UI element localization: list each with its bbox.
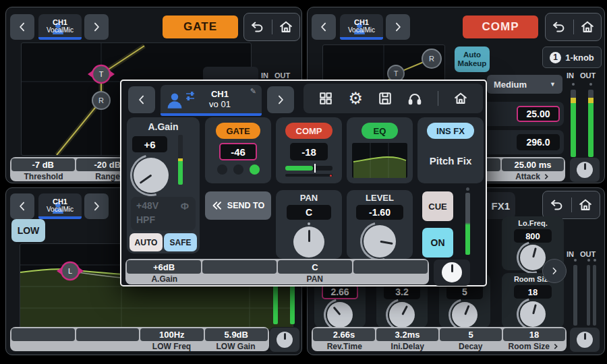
phase-icon[interactable]: Φ (181, 200, 189, 212)
prev-channel-button[interactable] (128, 86, 155, 113)
rev-time-knob[interactable] (327, 302, 353, 328)
param-label: Ini.Delay (391, 342, 424, 351)
param-value[interactable]: 100Hz (140, 328, 204, 341)
param-value[interactable] (76, 328, 140, 341)
room-size-knob[interactable] (520, 301, 546, 327)
knob-icon (577, 332, 593, 348)
room-size-value[interactable]: 18 (514, 285, 552, 299)
channel-select-tab[interactable]: CH1 VocalMic (38, 14, 82, 40)
auto-makeup-button[interactable]: Auto Makeup (455, 47, 490, 72)
meter-peak-dot (574, 259, 577, 262)
comp-pill-button[interactable]: COMP (285, 123, 333, 139)
param-label: Threshold (24, 172, 63, 181)
param-value[interactable]: 25.00 ms (502, 158, 564, 171)
home-icon[interactable] (580, 20, 595, 34)
param-value[interactable] (202, 260, 277, 274)
touch-knob-button[interactable] (269, 327, 300, 353)
pan-value-box[interactable]: C (287, 205, 331, 220)
meter-labels: IN OUT (261, 71, 290, 80)
channel-name-tab[interactable]: ✎ CH1 vo 01 (161, 85, 262, 116)
eq-pill-button[interactable]: EQ (362, 123, 398, 139)
gain-auto-button[interactable]: AUTO (129, 233, 163, 251)
channel-select-tab[interactable]: CH1 VocalMic (340, 14, 383, 40)
undo-icon[interactable] (550, 198, 565, 212)
next-channel-button[interactable] (267, 86, 294, 113)
views-grid-icon[interactable] (318, 91, 333, 106)
knob-icon (577, 162, 593, 178)
param-value[interactable]: 2.66s (313, 328, 375, 341)
low-band-button[interactable]: LOW (11, 219, 45, 242)
phantom-48v-label[interactable]: +48V (136, 200, 158, 211)
gain-safe-button[interactable]: SAFE (164, 233, 197, 251)
touch-knob-button[interactable] (433, 259, 471, 286)
level-value-box[interactable]: -1.60 (356, 205, 403, 220)
input-meter (571, 90, 576, 157)
param-value-box[interactable]: 296.0 (517, 134, 560, 150)
param-value-box[interactable]: 3.2 (384, 284, 420, 299)
lo-freq-knob[interactable] (520, 245, 546, 270)
again-knob[interactable] (134, 158, 169, 193)
knee-select[interactable]: Medium ▼ (487, 75, 562, 94)
channel-label: VocalMic (348, 26, 375, 34)
param-value[interactable] (353, 260, 428, 274)
channel-select-tab[interactable]: CH1 VocalMic (38, 193, 82, 219)
param-value[interactable] (11, 328, 75, 341)
param-value-box[interactable]: 5 (446, 284, 483, 299)
ins-fx-pill-button[interactable]: INS FX (427, 123, 474, 139)
next-channel-button[interactable] (84, 14, 109, 40)
param-value[interactable]: C (278, 260, 352, 274)
home-icon[interactable] (578, 198, 593, 212)
again-value-box[interactable]: +6 (132, 136, 167, 152)
channel-name: CH1 (53, 198, 67, 206)
undo-icon[interactable] (552, 20, 567, 34)
cue-button[interactable]: CUE (422, 191, 453, 221)
param-value[interactable]: -7 dB (11, 158, 75, 171)
home-icon[interactable] (453, 91, 468, 106)
headphones-icon[interactable] (407, 91, 422, 106)
param-value-box-selected[interactable]: 25.00 (517, 106, 560, 122)
comp-threshold-box[interactable]: -18 (290, 143, 328, 160)
console-screen: CH1 VocalMic GATE T R IN OUT (0, 0, 607, 364)
gate-threshold-box[interactable]: -46 (219, 143, 257, 160)
channel-on-button[interactable]: ON (422, 228, 453, 257)
edit-name-icon[interactable]: ✎ (250, 87, 256, 96)
save-floppy-icon[interactable] (378, 91, 393, 106)
hpf-label[interactable]: HPF (136, 214, 155, 225)
prev-channel-button[interactable] (10, 14, 34, 40)
pan-knob[interactable] (293, 226, 324, 257)
fx-title: FX1 (491, 200, 510, 212)
gate-pill-button[interactable]: GATE (216, 123, 260, 139)
touch-knob-button[interactable] (569, 157, 600, 183)
param-value[interactable]: 18 (503, 328, 565, 341)
undo-icon[interactable] (250, 20, 265, 34)
ins-fx-name[interactable]: Pitch Fix (417, 155, 484, 166)
prev-channel-button[interactable] (312, 14, 336, 40)
home-icon[interactable] (279, 20, 293, 34)
prev-channel-button[interactable] (10, 193, 34, 219)
param-value[interactable]: 3.2ms (376, 328, 438, 341)
pan-center-dot (308, 222, 310, 225)
gate-on-button[interactable]: GATE (163, 16, 238, 38)
fx-output-meter-right (593, 265, 596, 326)
ini-delay-knob[interactable] (389, 302, 415, 328)
more-params-icon (543, 173, 550, 180)
one-knob-button[interactable]: 1 1-knob (542, 47, 602, 68)
one-knob-label: 1-knob (565, 53, 594, 63)
decay-knob[interactable] (452, 302, 478, 328)
level-knob[interactable] (364, 225, 396, 257)
meter-peak-dot (466, 187, 469, 191)
comp-on-button[interactable]: COMP (463, 16, 538, 38)
eq-mini-graph[interactable] (352, 143, 407, 178)
next-channel-button[interactable] (386, 14, 410, 40)
param-value[interactable]: +6dB (127, 260, 201, 274)
fx-param-bar: 2.66s 3.2ms 5 18 Rev.Time Ini.Delay Deca… (312, 327, 567, 351)
param-value[interactable]: 5.9dB (205, 328, 268, 341)
settings-gear-icon[interactable]: ⚙ (348, 90, 363, 107)
param-value-box-selected[interactable]: 2.66 (322, 284, 358, 299)
send-to-button[interactable]: SEND TO (205, 191, 271, 220)
next-channel-button[interactable] (84, 193, 109, 219)
next-page-button[interactable] (542, 259, 567, 283)
param-label: LOW Freq (152, 342, 191, 351)
touch-knob-button[interactable] (569, 327, 600, 353)
param-value[interactable]: 5 (440, 328, 502, 341)
